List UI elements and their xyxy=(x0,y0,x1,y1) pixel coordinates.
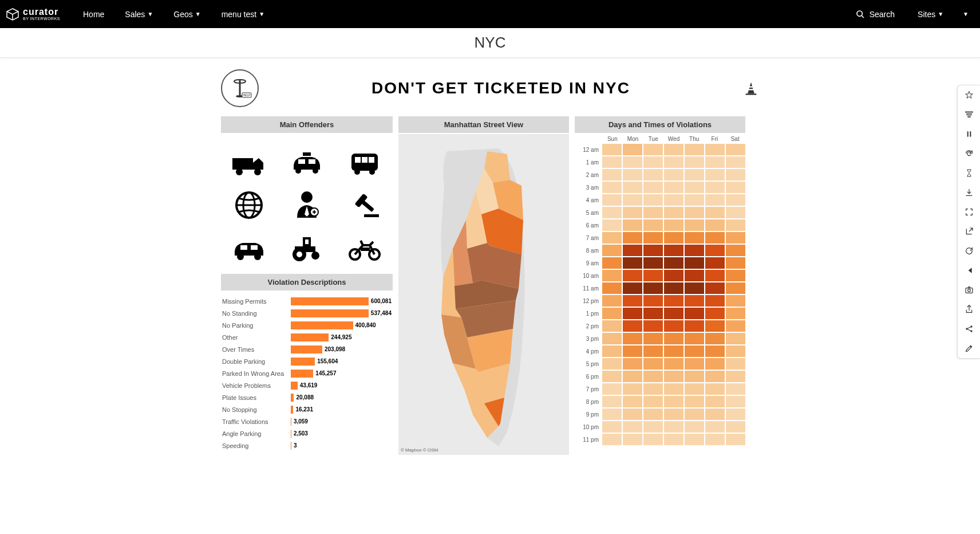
heatmap-cell[interactable] xyxy=(602,409,622,420)
heatmap-cell[interactable] xyxy=(685,257,704,269)
heatmap-cell[interactable] xyxy=(685,396,704,407)
heatmap-cell[interactable] xyxy=(602,320,622,332)
offender-truck[interactable] xyxy=(229,147,270,179)
violation-row[interactable]: Other244,925 xyxy=(222,331,392,343)
heatmap-cell[interactable] xyxy=(623,409,642,420)
heatmap-cell[interactable] xyxy=(643,396,663,407)
heatmap-cell[interactable] xyxy=(623,257,642,269)
heatmap-cell[interactable] xyxy=(643,421,663,433)
heatmap-cell[interactable] xyxy=(623,308,642,319)
heatmap-cell[interactable] xyxy=(602,282,622,294)
download-button[interactable] xyxy=(958,183,980,202)
heatmap-cell[interactable] xyxy=(602,333,622,344)
heatmap-cell[interactable] xyxy=(643,257,663,269)
heatmap-chart[interactable]: SunMonTueWedThuFriSat 12 am1 am2 am3 am4… xyxy=(575,134,745,446)
heatmap-cell[interactable] xyxy=(623,270,642,281)
heatmap-cell[interactable] xyxy=(705,434,725,445)
heatmap-cell[interactable] xyxy=(726,194,745,206)
heatmap-cell[interactable] xyxy=(685,282,704,294)
heatmap-cell[interactable] xyxy=(705,396,725,407)
offender-official[interactable] xyxy=(287,189,327,221)
heatmap-cell[interactable] xyxy=(602,257,622,269)
heatmap-cell[interactable] xyxy=(726,308,745,319)
heatmap-cell[interactable] xyxy=(705,308,725,319)
heatmap-cell[interactable] xyxy=(726,282,745,294)
heatmap-cell[interactable] xyxy=(623,358,642,370)
heatmap-cell[interactable] xyxy=(623,421,642,433)
offender-tractor[interactable] xyxy=(287,231,327,264)
heatmap-cell[interactable] xyxy=(664,257,683,269)
heatmap-cell[interactable] xyxy=(726,371,745,382)
heatmap-cell[interactable] xyxy=(685,421,704,433)
heatmap-cell[interactable] xyxy=(623,182,642,193)
heatmap-cell[interactable] xyxy=(643,194,663,206)
heatmap-cell[interactable] xyxy=(602,434,622,445)
heatmap-cell[interactable] xyxy=(705,320,725,332)
heatmap-cell[interactable] xyxy=(602,207,622,218)
heatmap-cell[interactable] xyxy=(643,219,663,231)
heatmap-cell[interactable] xyxy=(705,257,725,269)
heatmap-cell[interactable] xyxy=(643,333,663,344)
heatmap-cell[interactable] xyxy=(602,345,622,357)
heatmap-cell[interactable] xyxy=(623,383,642,395)
heatmap-cell[interactable] xyxy=(643,282,663,294)
heatmap-cell[interactable] xyxy=(602,169,622,180)
heatmap-cell[interactable] xyxy=(705,144,725,155)
pause-button[interactable] xyxy=(958,124,980,144)
heatmap-cell[interactable] xyxy=(623,144,642,155)
violation-row[interactable]: Angle Parking2,503 xyxy=(222,427,392,439)
heatmap-cell[interactable] xyxy=(726,383,745,395)
heatmap-cell[interactable] xyxy=(726,421,745,433)
heatmap-cell[interactable] xyxy=(664,333,683,344)
offender-bus[interactable] xyxy=(344,147,385,179)
heatmap-cell[interactable] xyxy=(685,333,704,344)
violations-chart[interactable]: Missing Permits600,081No Standing537,484… xyxy=(221,295,393,451)
nav-item-home[interactable]: Home xyxy=(74,5,113,23)
heatmap-cell[interactable] xyxy=(705,409,725,420)
violation-row[interactable]: Over Times203,098 xyxy=(222,343,392,355)
heatmap-cell[interactable] xyxy=(623,345,642,357)
heatmap-cell[interactable] xyxy=(705,270,725,281)
heatmap-cell[interactable] xyxy=(602,396,622,407)
heatmap-cell[interactable] xyxy=(664,270,683,281)
heatmap-cell[interactable] xyxy=(705,333,725,344)
heatmap-cell[interactable] xyxy=(623,207,642,218)
heatmap-cell[interactable] xyxy=(705,421,725,433)
heatmap-cell[interactable] xyxy=(726,409,745,420)
heatmap-cell[interactable] xyxy=(602,383,622,395)
heatmap-cell[interactable] xyxy=(623,295,642,307)
heatmap-cell[interactable] xyxy=(726,358,745,370)
heatmap-cell[interactable] xyxy=(643,295,663,307)
heatmap-cell[interactable] xyxy=(602,358,622,370)
heatmap-cell[interactable] xyxy=(685,383,704,395)
heatmap-cell[interactable] xyxy=(643,232,663,244)
search-button[interactable]: Search xyxy=(847,5,904,23)
heatmap-cell[interactable] xyxy=(726,270,745,281)
heatmap-cell[interactable] xyxy=(685,409,704,420)
heatmap-cell[interactable] xyxy=(705,232,725,244)
violation-row[interactable]: No Standing537,484 xyxy=(222,307,392,319)
heatmap-cell[interactable] xyxy=(643,371,663,382)
heatmap-cell[interactable] xyxy=(705,383,725,395)
heatmap-cell[interactable] xyxy=(643,207,663,218)
heatmap-cell[interactable] xyxy=(602,219,622,231)
share-button[interactable] xyxy=(958,319,980,339)
heatmap-cell[interactable] xyxy=(664,358,683,370)
heatmap-cell[interactable] xyxy=(685,182,704,193)
heatmap-cell[interactable] xyxy=(726,144,745,155)
heatmap-cell[interactable] xyxy=(664,371,683,382)
heatmap-cell[interactable] xyxy=(664,194,683,206)
heatmap-cell[interactable] xyxy=(685,358,704,370)
share-out-button[interactable] xyxy=(958,300,980,319)
heatmap-cell[interactable] xyxy=(705,156,725,168)
heatmap-cell[interactable] xyxy=(664,320,683,332)
heatmap-cell[interactable] xyxy=(623,434,642,445)
heatmap-cell[interactable] xyxy=(705,169,725,180)
heatmap-cell[interactable] xyxy=(726,396,745,407)
heatmap-cell[interactable] xyxy=(602,270,622,281)
heatmap-cell[interactable] xyxy=(643,358,663,370)
offender-motorcycle[interactable] xyxy=(344,231,385,264)
heatmap-cell[interactable] xyxy=(705,345,725,357)
heatmap-cell[interactable] xyxy=(685,245,704,256)
heatmap-cell[interactable] xyxy=(726,295,745,307)
